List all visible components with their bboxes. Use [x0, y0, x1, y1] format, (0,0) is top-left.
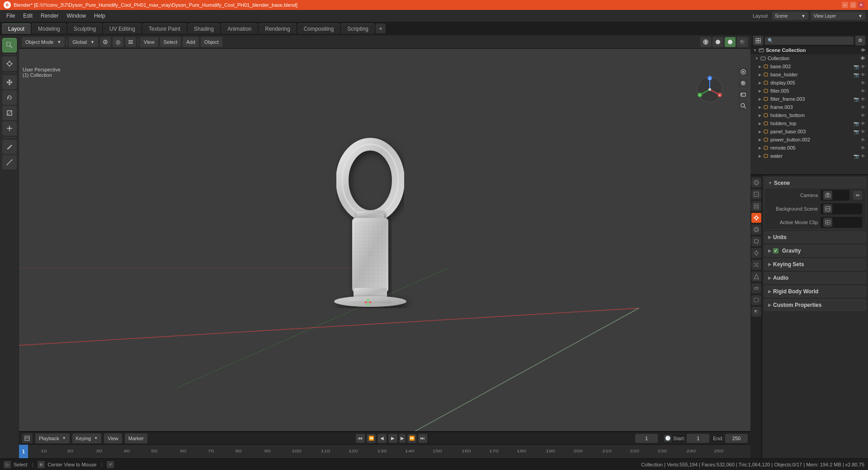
item-eye-icon[interactable]: 👁: [861, 72, 865, 77]
outliner-item-base-holder[interactable]: ▶ base_holder 📷 👁: [750, 70, 868, 79]
item-eye-icon[interactable]: 👁: [861, 154, 865, 159]
start-frame-input[interactable]: 1: [687, 434, 709, 443]
add-menu[interactable]: Add: [183, 37, 199, 47]
menu-file[interactable]: File: [3, 12, 19, 20]
global-dropdown[interactable]: Global ▼: [69, 37, 98, 47]
menu-window[interactable]: Window: [63, 12, 90, 20]
output-properties-button[interactable]: [751, 189, 761, 199]
search-button[interactable]: [738, 101, 749, 111]
item-eye-icon[interactable]: 👁: [861, 137, 865, 142]
collection-visibility-button[interactable]: [738, 67, 749, 77]
outliner-item-filter-frame003[interactable]: ▶ filter_frame.003 📷 👁: [750, 95, 868, 103]
step-forward-button[interactable]: ▶: [399, 434, 406, 443]
custom-properties-section-header[interactable]: ▶ Custom Properties: [764, 300, 866, 310]
material-properties-button[interactable]: [751, 307, 761, 317]
rotate-tool-button[interactable]: [2, 90, 17, 105]
item-camera-icon[interactable]: 📷: [854, 129, 859, 134]
proportional-edit-button[interactable]: ◎: [113, 37, 123, 47]
outliner-item-frame003[interactable]: ▶ frame.003 👁: [750, 103, 868, 111]
rigid-body-world-section-header[interactable]: ▶ Rigid Body World: [764, 286, 866, 297]
maximize-button[interactable]: □: [850, 2, 856, 8]
collection-eye-icon[interactable]: 👁: [860, 56, 865, 61]
step-back-button[interactable]: ◀: [377, 434, 387, 443]
scale-tool-button[interactable]: [2, 106, 17, 120]
measure-tool-button[interactable]: [2, 155, 17, 169]
movie-clip-icon[interactable]: [823, 218, 832, 227]
item-camera-icon[interactable]: 📷: [854, 97, 859, 102]
item-eye-icon[interactable]: 👁: [861, 113, 865, 118]
view-menu[interactable]: View: [140, 37, 158, 47]
object-properties-button[interactable]: [751, 236, 761, 246]
timeline-ruler[interactable]: 1 10 20 30 40 50 60 70: [19, 445, 750, 458]
particles-properties-button[interactable]: [751, 260, 761, 270]
tab-sculpting[interactable]: Sculpting: [67, 24, 102, 34]
item-eye-icon[interactable]: 👁: [861, 64, 865, 69]
keying-sets-section-header[interactable]: ▶ Keying Sets: [764, 259, 866, 270]
physics-properties-button[interactable]: [751, 272, 761, 282]
item-eye-icon[interactable]: 👁: [861, 89, 865, 94]
view-layer-dropdown[interactable]: View Layer ▼: [811, 12, 865, 20]
scene-section-header[interactable]: ▼ Scene: [764, 178, 866, 188]
viewport-3d[interactable]: User Perspective (1) Collection: [19, 49, 750, 431]
mode-dropdown[interactable]: Object Mode ▼: [22, 37, 65, 47]
transform-tool-button[interactable]: [2, 121, 17, 136]
outliner-item-water[interactable]: ▶ water 📷 👁: [750, 152, 868, 160]
current-frame-input[interactable]: 1: [635, 434, 658, 443]
menu-render[interactable]: Render: [37, 12, 62, 20]
scene-collection-eye-icon[interactable]: 👁: [861, 48, 865, 53]
outliner-item-filter005[interactable]: ▶ filter.005 👁: [750, 87, 868, 95]
outliner-search-input[interactable]: 🔍: [765, 37, 854, 45]
outliner-item-holders-top[interactable]: ▶ holders_top 📷 👁: [750, 119, 868, 127]
options-button[interactable]: [125, 37, 136, 47]
minimize-button[interactable]: ─: [842, 2, 848, 8]
outliner-display-mode-button[interactable]: [753, 36, 763, 46]
cursor-tool-button[interactable]: [2, 56, 17, 71]
menu-edit[interactable]: Edit: [19, 12, 36, 20]
viewport-shading-2[interactable]: [712, 37, 723, 47]
snap-button[interactable]: [100, 37, 111, 47]
playback-dropdown[interactable]: Playback ▼: [35, 433, 70, 443]
menu-help[interactable]: Help: [90, 12, 109, 20]
scene-properties-button[interactable]: [751, 213, 761, 223]
timeline-view-dropdown[interactable]: View: [104, 433, 122, 443]
outliner-item-remote005[interactable]: ▶ remote.005 👁: [750, 144, 868, 152]
camera-value[interactable]: [821, 190, 849, 201]
tab-layout[interactable]: Layout: [2, 24, 31, 34]
active-movie-clip-value[interactable]: [821, 217, 862, 228]
item-eye-icon[interactable]: 👁: [861, 97, 865, 102]
background-scene-value[interactable]: [821, 203, 862, 214]
scene-dropdown[interactable]: Scene ▼: [772, 12, 808, 20]
item-viewport-icon[interactable]: 📷: [854, 72, 859, 77]
outliner-item-power-button002[interactable]: ▶ power_button.002 👁: [750, 136, 868, 144]
viewport-shading-4[interactable]: [737, 37, 748, 47]
keying-dropdown[interactable]: Keying ▼: [72, 433, 102, 443]
outliner-item-panel-base003[interactable]: ▶ panel_base.003 📷 👁: [750, 127, 868, 136]
select-tool-button[interactable]: [2, 38, 17, 52]
gravity-checkbox[interactable]: ✓: [773, 248, 778, 254]
item-eye-icon[interactable]: 👁: [861, 146, 865, 150]
data-properties-button[interactable]: [751, 295, 761, 305]
select-menu[interactable]: Select: [160, 37, 181, 47]
tab-scripting[interactable]: Scripting: [341, 24, 375, 34]
constraints-properties-button[interactable]: [751, 283, 761, 293]
close-button[interactable]: ✕: [858, 2, 864, 8]
camera-icon[interactable]: [823, 191, 832, 200]
marker-dropdown[interactable]: Marker: [125, 433, 147, 443]
units-section-header[interactable]: ▶ Units: [764, 232, 866, 243]
outliner-item-display005[interactable]: ▶ display.005 👁: [750, 79, 868, 87]
render-properties-button[interactable]: [751, 178, 761, 188]
world-properties-button[interactable]: [751, 225, 761, 235]
move-tool-button[interactable]: [2, 75, 17, 89]
item-camera-icon[interactable]: 📷: [854, 154, 859, 159]
jump-prev-keyframe-button[interactable]: ⏪: [367, 434, 376, 443]
tab-animation[interactable]: Animation: [221, 24, 258, 34]
item-eye-icon[interactable]: 👁: [861, 80, 865, 85]
scene-collection-header[interactable]: ▼ Scene Collection 👁: [750, 46, 868, 54]
tab-shading[interactable]: Shading: [188, 24, 220, 34]
tab-compositing[interactable]: Compositing: [297, 24, 340, 34]
tab-rendering[interactable]: Rendering: [259, 24, 296, 34]
add-workspace-button[interactable]: +: [376, 24, 386, 33]
view-layer-properties-button[interactable]: [751, 201, 761, 211]
jump-start-button[interactable]: ⏮: [356, 434, 365, 443]
item-viewport-icon[interactable]: 📷: [854, 64, 859, 69]
